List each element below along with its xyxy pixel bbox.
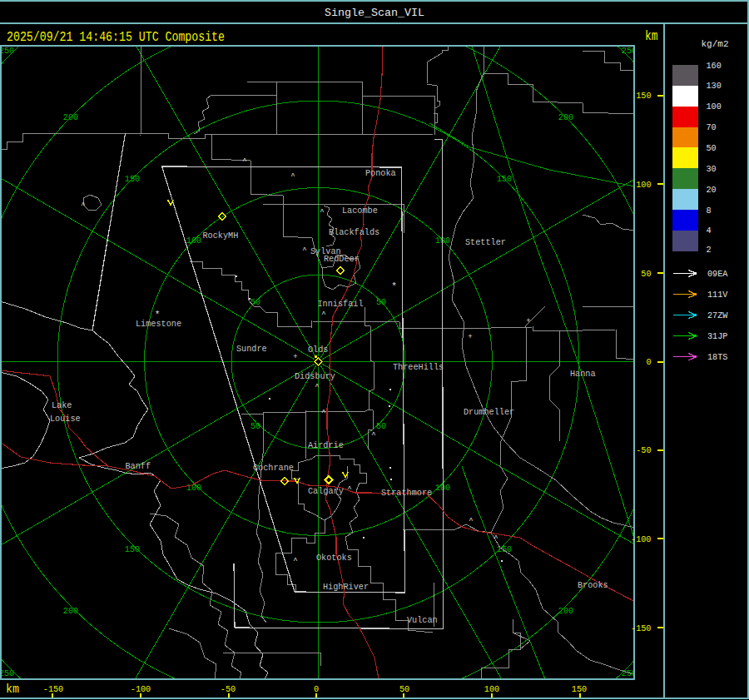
- svg-text:2025/09/21 14:46:15 UTC Compos: 2025/09/21 14:46:15 UTC Composite: [7, 29, 225, 45]
- svg-text:18TS: 18TS: [707, 353, 727, 362]
- svg-text:^: ^: [242, 157, 246, 166]
- svg-text:2: 2: [707, 246, 712, 255]
- svg-text:250: 250: [0, 669, 14, 678]
- svg-text:Brooks: Brooks: [578, 581, 608, 590]
- svg-text:8: 8: [707, 206, 712, 216]
- svg-text:-100: -100: [631, 535, 651, 544]
- svg-text:-100: -100: [131, 685, 151, 694]
- svg-text:Blackfalds: Blackfalds: [329, 228, 379, 237]
- svg-text:Limestone: Limestone: [136, 320, 181, 329]
- svg-text:kg/m2: kg/m2: [701, 39, 728, 49]
- svg-text:^: ^: [469, 517, 473, 525]
- svg-text:Okotoks: Okotoks: [316, 554, 352, 563]
- svg-text:200: 200: [63, 113, 78, 122]
- svg-text:Strathmore: Strathmore: [381, 489, 432, 498]
- svg-text:Ponoka: Ponoka: [365, 169, 396, 178]
- svg-text:0: 0: [314, 685, 319, 694]
- svg-text:km: km: [6, 683, 19, 696]
- svg-text:+: +: [293, 353, 297, 361]
- svg-text:*: *: [155, 310, 161, 320]
- svg-text:Lacombe: Lacombe: [342, 206, 378, 216]
- svg-text:200: 200: [558, 113, 573, 122]
- svg-text:50: 50: [250, 298, 260, 307]
- svg-text:50: 50: [399, 685, 409, 694]
- svg-text:RedDeer: RedDeer: [324, 255, 360, 264]
- svg-text:Banff: Banff: [126, 462, 151, 471]
- svg-text:150: 150: [125, 545, 140, 554]
- svg-text:50: 50: [707, 144, 717, 153]
- svg-text:150: 150: [497, 175, 512, 184]
- svg-text:^: ^: [320, 208, 324, 216]
- svg-text:-150: -150: [631, 624, 651, 633]
- svg-text:Lake: Lake: [52, 401, 72, 410]
- svg-text:200: 200: [558, 607, 573, 616]
- svg-text:111V: 111V: [707, 290, 728, 300]
- svg-text:Single_Scan_VIL: Single_Scan_VIL: [325, 7, 424, 19]
- svg-text:50: 50: [376, 298, 386, 307]
- svg-text:^: ^: [293, 557, 297, 565]
- svg-text:^: ^: [347, 485, 351, 494]
- svg-text:100: 100: [707, 102, 722, 112]
- svg-text:50: 50: [376, 422, 386, 431]
- svg-text:-150: -150: [43, 685, 63, 694]
- svg-text:70: 70: [707, 123, 717, 132]
- svg-text:30: 30: [707, 165, 717, 174]
- svg-text:31JP: 31JP: [707, 332, 727, 341]
- svg-text:^: ^: [321, 409, 325, 417]
- svg-text:160: 160: [707, 62, 722, 71]
- svg-text:150: 150: [125, 175, 140, 184]
- svg-text:^: ^: [321, 310, 325, 319]
- svg-text:-50: -50: [221, 685, 236, 694]
- svg-text:Hanna: Hanna: [570, 370, 596, 379]
- svg-text:Drumheller: Drumheller: [464, 408, 514, 417]
- svg-text:Stettler: Stettler: [465, 238, 506, 247]
- svg-text:-50: -50: [636, 446, 651, 455]
- svg-text:^: ^: [302, 246, 306, 255]
- svg-text:^: ^: [494, 534, 498, 543]
- svg-text:Louise: Louise: [50, 415, 81, 424]
- svg-text:4: 4: [707, 226, 712, 236]
- svg-text:Calgary: Calgary: [308, 487, 344, 496]
- svg-text:Airdrie: Airdrie: [308, 441, 344, 450]
- svg-text:RockyMH: RockyMH: [203, 231, 239, 241]
- svg-text:^: ^: [81, 201, 85, 210]
- svg-text:*: *: [391, 281, 397, 291]
- svg-text:27ZW: 27ZW: [707, 311, 728, 320]
- svg-text:^: ^: [371, 431, 375, 439]
- svg-text:150: 150: [497, 545, 512, 554]
- svg-text:0: 0: [646, 358, 651, 367]
- svg-text:50: 50: [641, 270, 651, 279]
- svg-text:20: 20: [707, 186, 717, 195]
- svg-text:+: +: [468, 333, 472, 341]
- svg-text:ThreeHills: ThreeHills: [393, 363, 444, 372]
- svg-text:100: 100: [186, 484, 201, 493]
- svg-text:Sundre: Sundre: [236, 345, 267, 354]
- svg-text:09EA: 09EA: [707, 270, 728, 279]
- svg-text:Vulcan: Vulcan: [407, 616, 438, 625]
- svg-text:HighRiver: HighRiver: [323, 583, 369, 592]
- svg-text:Innisfail: Innisfail: [318, 300, 364, 309]
- svg-text:150: 150: [572, 685, 587, 694]
- svg-text:100: 100: [484, 685, 499, 694]
- svg-text:km: km: [645, 29, 658, 44]
- svg-text:150: 150: [636, 92, 651, 101]
- svg-text:100: 100: [186, 236, 201, 246]
- svg-text:^: ^: [315, 383, 319, 391]
- svg-text:Olds: Olds: [308, 345, 328, 355]
- svg-text:250: 250: [0, 47, 14, 56]
- svg-text:+: +: [526, 317, 530, 325]
- svg-text:130: 130: [707, 82, 722, 91]
- svg-text:Didsbury: Didsbury: [295, 372, 335, 381]
- svg-text:200: 200: [63, 607, 78, 616]
- svg-text:100: 100: [636, 181, 651, 190]
- svg-text:^: ^: [290, 172, 295, 181]
- svg-text:Cochrane: Cochrane: [253, 464, 294, 473]
- svg-text:50: 50: [250, 422, 260, 431]
